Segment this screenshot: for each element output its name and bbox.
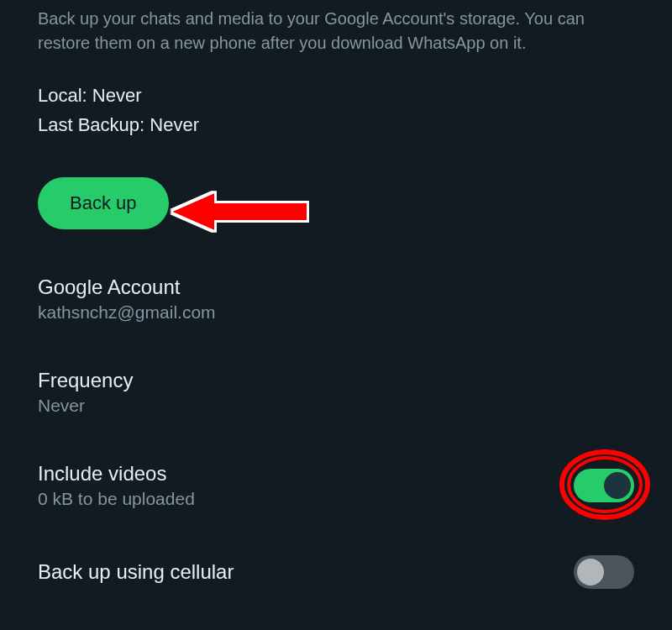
frequency-row[interactable]: Frequency Never: [38, 369, 634, 416]
last-backup-status: Last Backup: Never: [38, 110, 634, 139]
frequency-value: Never: [38, 396, 634, 416]
google-account-title: Google Account: [38, 276, 634, 299]
local-status: Local: Never: [38, 81, 634, 110]
include-videos-toggle[interactable]: [574, 469, 634, 502]
cellular-title: Back up using cellular: [38, 560, 574, 584]
include-videos-row: Include videos 0 kB to be uploaded: [38, 462, 634, 509]
annotation-arrow: [164, 186, 315, 240]
cellular-toggle[interactable]: [574, 555, 634, 589]
google-account-row[interactable]: Google Account kathsnchz@gmail.com: [38, 276, 634, 323]
include-videos-title: Include videos: [38, 462, 574, 486]
svg-marker-0: [172, 193, 307, 230]
backup-button[interactable]: Back up: [38, 177, 169, 229]
include-videos-sub: 0 kB to be uploaded: [38, 489, 574, 509]
frequency-title: Frequency: [38, 369, 634, 392]
cellular-row: Back up using cellular: [38, 555, 634, 589]
backup-description: Back up your chats and media to your Goo…: [38, 0, 634, 81]
google-account-value: kathsnchz@gmail.com: [38, 302, 634, 323]
